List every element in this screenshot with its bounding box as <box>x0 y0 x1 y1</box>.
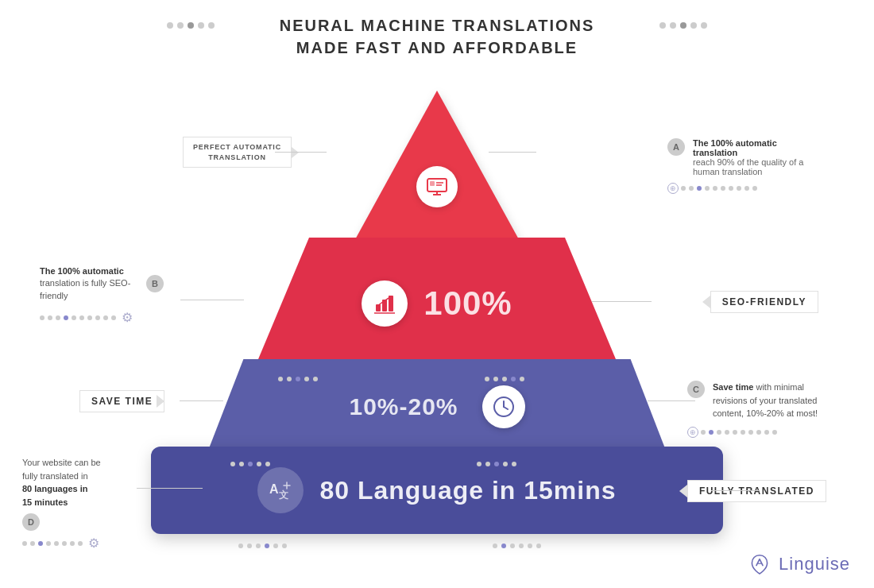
dot <box>282 544 287 548</box>
dot <box>520 377 524 381</box>
tier1-annotation: A The 100% automatic translation reach 9… <box>667 138 806 194</box>
dot <box>528 544 532 548</box>
dot <box>705 186 710 191</box>
dot <box>494 462 499 466</box>
dot <box>733 430 737 435</box>
dot <box>95 315 100 320</box>
dot <box>56 315 60 320</box>
badge-c: C <box>687 381 705 398</box>
dot <box>717 430 721 435</box>
tier1-anno-bold: The 100% automatic translation <box>693 138 806 157</box>
translate-icon: A 文 <box>268 479 293 501</box>
seo-friendly-label: SEO-FRIENDLY <box>710 291 818 313</box>
dot <box>709 430 714 435</box>
tier1-anno-text: reach 90% of the quality of a human tran… <box>693 157 806 176</box>
svg-text:文: 文 <box>279 489 288 501</box>
dot <box>713 186 717 191</box>
connector-tier2-left <box>180 300 244 300</box>
dot <box>62 541 67 546</box>
linguise-logo: Linguise <box>747 551 850 577</box>
connector-right-tier1 <box>489 152 536 153</box>
save-time-label: SAVE TIME <box>79 390 164 412</box>
connector-line-tier1 <box>275 152 327 153</box>
dot <box>177 22 184 29</box>
dot <box>72 315 76 320</box>
dot <box>313 377 318 381</box>
tier4-badge-row: D <box>22 513 133 531</box>
gear-icon-d: ⚙ <box>88 536 99 551</box>
dot <box>287 377 292 381</box>
dot <box>485 462 490 466</box>
tier4-bottom-dots <box>238 544 287 548</box>
tier3-content: 10%-20% <box>207 359 667 455</box>
tier1-icon-circle <box>416 166 458 207</box>
dot <box>230 462 235 466</box>
dot <box>512 462 516 466</box>
linguise-name: Linguise <box>779 554 850 574</box>
title-section: NEURAL MACHINE TRANSLATIONS MADE FAST AN… <box>0 0 874 59</box>
tier4-wrap: A 文 80 Language in 15mins <box>151 447 723 534</box>
dot <box>111 315 116 320</box>
tier2-content: 100% <box>254 238 620 369</box>
dot <box>741 430 745 435</box>
connector-tier3-left <box>180 400 223 401</box>
clock-icon <box>492 395 516 419</box>
svg-point-10 <box>389 296 392 299</box>
gear-icon: ⚙ <box>122 310 133 325</box>
dot <box>721 186 725 191</box>
dot <box>103 315 108 320</box>
dot <box>493 377 498 381</box>
tier3-anno-bold: Save time <box>713 382 753 392</box>
dot <box>265 544 269 548</box>
dot <box>510 544 515 548</box>
dot <box>296 377 300 381</box>
tier4-bottom-dots-right <box>493 544 541 548</box>
dot <box>493 544 497 548</box>
dot <box>238 544 243 548</box>
pyramid-container: PERFECT AUTOMATIC TRANSLATION A The 100%… <box>0 67 874 588</box>
dot <box>64 315 68 320</box>
dot <box>748 430 753 435</box>
dot <box>273 544 278 548</box>
dot <box>477 462 481 466</box>
dot <box>256 544 261 548</box>
dot <box>485 377 489 381</box>
connector-tier4-right <box>711 490 759 491</box>
dot <box>265 462 270 466</box>
svg-text:A: A <box>269 482 279 496</box>
tier1-triangle-wrap <box>350 91 524 250</box>
dot <box>756 430 761 435</box>
main-title: NEURAL MACHINE TRANSLATIONS MADE FAST AN… <box>0 14 874 59</box>
dot <box>701 22 707 29</box>
tier4-dot-row: ⚙ <box>22 536 133 551</box>
dot <box>680 22 686 29</box>
tier1-dot-row: ⊕ <box>667 183 806 194</box>
tier4-anno-line3: 15 minutes <box>22 497 68 507</box>
tier3-bottom-dots-right <box>477 462 516 466</box>
dot <box>729 186 733 191</box>
svg-rect-3 <box>430 181 435 186</box>
dot <box>659 22 666 29</box>
dot <box>198 22 204 29</box>
tier4-text: 80 Language in 15mins <box>319 476 616 505</box>
dot <box>70 541 75 546</box>
dot <box>772 430 777 435</box>
tier2-percent: 100% <box>423 284 512 323</box>
tier2-bottom-dots-right <box>485 377 524 381</box>
tier3-bottom-dots <box>230 462 270 466</box>
linguise-logo-icon <box>747 551 772 577</box>
tier4-content: A 文 80 Language in 15mins <box>151 447 723 534</box>
dot <box>167 22 173 29</box>
tier2-left-annotation: The 100% automatic translation is fully … <box>40 265 167 325</box>
dot <box>278 377 283 381</box>
dot <box>22 541 27 546</box>
dot <box>670 22 676 29</box>
globe-icon-c: ⊕ <box>687 427 698 438</box>
tier3-percent: 10%-20% <box>349 393 458 420</box>
svg-line-13 <box>504 407 508 409</box>
dot <box>40 315 44 320</box>
dot <box>79 315 84 320</box>
dot <box>536 544 541 548</box>
dot <box>764 430 769 435</box>
dot <box>697 186 702 191</box>
